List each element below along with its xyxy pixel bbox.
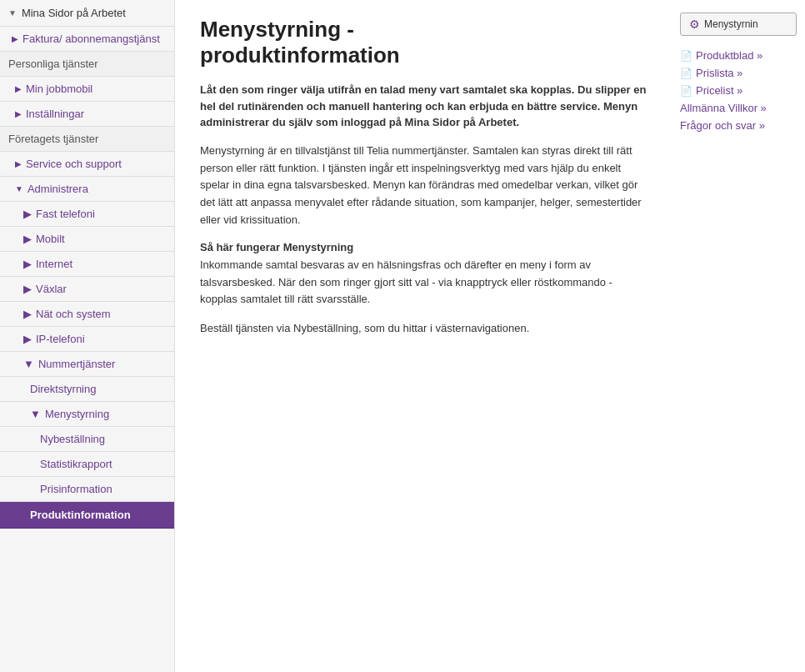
link-fragor[interactable]: Frågor och svar » (680, 119, 797, 132)
sidebar-item-label: Statistikrapport (40, 458, 112, 470)
sidebar-item-faktura[interactable]: ▶ Faktura/ abonnemangstjänst (0, 27, 174, 52)
sidebar-item-installningar[interactable]: ▶ Inställningar (0, 102, 174, 127)
sidebar: ▼ Mina Sidor på Arbetet ▶ Faktura/ abonn… (0, 0, 175, 672)
link-allmanna[interactable]: Allmänna Villkor » (680, 102, 797, 114)
arrow-icon: ▶ (23, 208, 32, 220)
page-title: Menystyrning - produktinformation (200, 17, 647, 68)
arrow-icon: ▶ (23, 283, 32, 295)
arrow-icon: ▼ (30, 408, 41, 420)
sidebar-item-label: Direktstyrning (30, 383, 96, 395)
sidebar-item-label: IP-telefoni (36, 333, 85, 345)
sidebar-item-nummertjanster[interactable]: ▼ Nummertjänster (0, 352, 174, 377)
sidebar-item-administrera[interactable]: ▼ Administrera (0, 177, 174, 202)
sidebar-item-label: Växlar (36, 283, 67, 295)
menystyrning-button[interactable]: ⚙ Menystyrnin (680, 13, 797, 36)
sidebar-item-menystyrning[interactable]: ▼ Menystyrning (0, 402, 174, 427)
sidebar-item-mobilt[interactable]: ▶ Mobilt (0, 227, 174, 252)
sidebar-top-label: Mina Sidor på Arbetet (22, 7, 126, 19)
sidebar-item-label: Mobilt (36, 233, 65, 245)
sidebar-item-service[interactable]: ▶ Service och support (0, 152, 174, 177)
arrow-icon: ▶ (23, 333, 32, 345)
body-paragraph-1: Menystyrning är en tillvalstjänst till T… (200, 143, 647, 229)
arrow-icon: ▼ (23, 358, 34, 370)
sidebar-item-label: Fast telefoni (36, 208, 95, 220)
section-heading: Så här fungerar Menystyrning (200, 241, 647, 253)
body-paragraph-3: Beställ tjänsten via Nybeställning, som … (200, 320, 647, 338)
sidebar-item-prisinformation[interactable]: Prisinformation (0, 477, 174, 502)
sidebar-item-label: Produktinformation (30, 509, 131, 521)
link-pricelist[interactable]: 📄 Pricelist » (680, 84, 797, 97)
sidebar-item-label: Nybeställning (40, 433, 105, 445)
sidebar-item-nybestallning[interactable]: Nybeställning (0, 427, 174, 452)
sidebar-item-vaxlar[interactable]: ▶ Växlar (0, 277, 174, 302)
button-label: Menystyrnin (704, 18, 758, 30)
sidebar-item-label: Internet (36, 258, 72, 270)
sidebar-item-label: Nät och system (36, 308, 111, 320)
sidebar-item-direktstyrning[interactable]: Direktstyrning (0, 377, 174, 402)
sidebar-item-label: Min jobbmobil (26, 83, 92, 95)
sidebar-label-foretagets: Företagets tjänster (0, 127, 174, 152)
link-produktblad[interactable]: 📄 Produktblad » (680, 49, 797, 62)
right-links: 📄 Produktblad » 📄 Prislista » 📄 Pricelis… (680, 49, 797, 132)
sidebar-item-label: Administrera (28, 183, 88, 195)
sidebar-item-label: Menystyrning (45, 408, 109, 420)
sidebar-item-label: Prisinformation (40, 483, 112, 495)
link-prislista[interactable]: 📄 Prislista » (680, 67, 797, 79)
sidebar-item-statistikrapport[interactable]: Statistikrapport (0, 452, 174, 477)
arrow-icon: ▶ (23, 258, 32, 270)
sidebar-item-label: Nummertjänster (38, 358, 115, 370)
arrow-icon: ▼ (8, 8, 17, 18)
document-icon: 📄 (680, 50, 692, 62)
arrow-icon: ▶ (15, 159, 22, 168)
arrow-icon: ▶ (23, 308, 32, 320)
body-paragraph-2: Inkommande samtal besvaras av en hälsnin… (200, 257, 647, 308)
arrow-icon: ▶ (15, 109, 22, 118)
sidebar-item-produktinformation[interactable]: Produktinformation (0, 502, 174, 529)
arrow-icon: ▶ (23, 233, 32, 245)
sidebar-item-jobbmobil[interactable]: ▶ Min jobbmobil (0, 77, 174, 102)
sidebar-item-label: Inställningar (26, 108, 84, 120)
sidebar-label-personliga: Personliga tjänster (0, 52, 174, 77)
main-content: Menystyrning - produktinformation Låt de… (175, 0, 672, 672)
document-icon: 📄 (680, 68, 692, 79)
gear-icon: ⚙ (689, 18, 700, 31)
arrow-icon: ▼ (15, 184, 23, 193)
sidebar-item-label: Faktura/ abonnemangstjänst (22, 33, 160, 45)
intro-paragraph: Låt den som ringer välja utifrån en tala… (200, 82, 647, 131)
right-panel: ⚙ Menystyrnin 📄 Produktblad » 📄 Prislist… (672, 0, 805, 672)
sidebar-item-nat[interactable]: ▶ Nät och system (0, 302, 174, 327)
arrow-icon: ▶ (15, 84, 22, 93)
sidebar-top-section[interactable]: ▼ Mina Sidor på Arbetet (0, 0, 174, 27)
sidebar-item-internet[interactable]: ▶ Internet (0, 252, 174, 277)
arrow-icon: ▶ (12, 34, 18, 43)
sidebar-item-ip[interactable]: ▶ IP-telefoni (0, 327, 174, 352)
sidebar-item-fast[interactable]: ▶ Fast telefoni (0, 202, 174, 227)
document-icon: 📄 (680, 85, 692, 97)
sidebar-item-label: Service och support (26, 158, 122, 170)
